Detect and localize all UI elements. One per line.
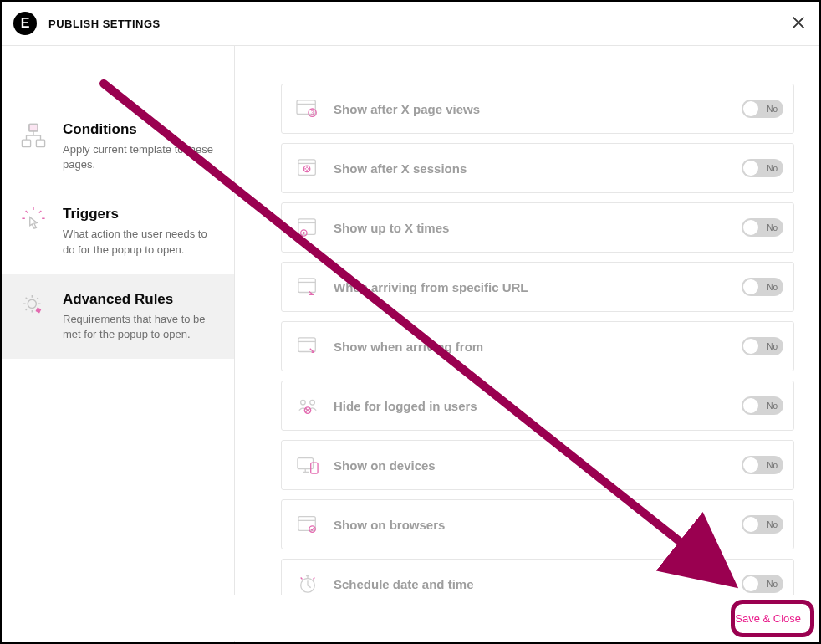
toggle-browsers[interactable]: No [742, 515, 783, 534]
save-close-button[interactable]: Save & Close [732, 607, 804, 630]
conditions-icon [17, 121, 50, 172]
arriving-icon [282, 335, 334, 357]
sidebar-item-conditions[interactable]: Conditions Apply current template to the… [2, 105, 234, 189]
sidebar-item-title: Triggers [63, 206, 219, 222]
sidebar-item-desc: Requirements that have to be met for the… [63, 312, 219, 342]
schedule-icon [282, 573, 334, 595]
sidebar-item-desc: What action the user needs to do for the… [63, 227, 219, 257]
toggle-times[interactable]: No [742, 218, 783, 237]
elementor-logo-icon: E [13, 12, 37, 35]
rule-label: When arriving from specific URL [334, 280, 742, 294]
footer: Save & Close [3, 595, 818, 641]
sidebar-item-title: Conditions [63, 121, 219, 138]
sidebar-item-advanced-rules[interactable]: Advanced Rules Requirements that have to… [2, 274, 234, 359]
toggle-devices[interactable]: No [742, 456, 783, 474]
rule-up-to-times[interactable]: Show up to X times No [281, 202, 794, 253]
sidebar: Conditions Apply current template to the… [2, 46, 235, 642]
toggle-logged-in[interactable]: No [742, 396, 783, 415]
rule-label: Show up to X times [334, 221, 742, 235]
rule-label: Schedule date and time [334, 577, 742, 591]
rule-devices[interactable]: Show on devices No [281, 440, 794, 490]
svg-point-16 [310, 401, 315, 406]
toggle-page-views[interactable]: No [742, 100, 783, 118]
triggers-icon [17, 206, 50, 257]
rule-label: Show after X page views [334, 102, 742, 116]
times-icon [282, 217, 334, 238]
close-icon [789, 13, 808, 32]
sidebar-item-triggers[interactable]: Triggers What action the user needs to d… [2, 189, 234, 273]
svg-point-15 [301, 401, 306, 406]
browsers-icon [282, 514, 334, 535]
rule-label: Hide for logged in users [334, 399, 742, 413]
rule-logged-in[interactable]: Hide for logged in users No [281, 381, 794, 431]
svg-rect-14 [298, 338, 315, 352]
sidebar-item-title: Advanced Rules [63, 291, 219, 308]
svg-rect-19 [311, 463, 318, 473]
advanced-rules-icon [17, 291, 50, 342]
svg-point-12 [303, 232, 305, 234]
sidebar-item-desc: Apply current template to these pages. [63, 142, 219, 172]
svg-rect-13 [298, 279, 315, 293]
rule-sessions[interactable]: Show after X sessions No [281, 143, 794, 193]
url-icon [282, 276, 334, 298]
logged-in-icon [282, 395, 334, 417]
page-views-icon: 3 [282, 98, 334, 120]
rule-specific-url[interactable]: When arriving from specific URL No [281, 262, 794, 312]
rule-arriving-from[interactable]: Show when arriving from No [281, 321, 794, 371]
rule-label: Show on browsers [334, 518, 742, 532]
rule-label: Show when arriving from [334, 340, 742, 354]
toggle-sessions[interactable]: No [742, 159, 783, 177]
content-panel: 3 Show after X page views No Show after … [235, 46, 819, 642]
rule-label: Show after X sessions [334, 161, 742, 176]
toggle-specific-url[interactable]: No [742, 278, 783, 296]
sessions-icon [282, 157, 334, 179]
close-button[interactable] [789, 13, 808, 32]
header: E PUBLISH SETTINGS [2, 2, 819, 46]
toggle-schedule[interactable]: No [742, 575, 783, 593]
main: Conditions Apply current template to the… [2, 46, 819, 642]
devices-icon [282, 454, 334, 476]
svg-rect-3 [36, 140, 44, 147]
rule-label: Show on devices [334, 458, 742, 473]
rule-page-views[interactable]: 3 Show after X page views No [281, 84, 794, 134]
toggle-arriving-from[interactable]: No [742, 337, 783, 355]
svg-rect-1 [29, 124, 38, 131]
svg-rect-2 [22, 140, 30, 147]
page-title: PUBLISH SETTINGS [48, 18, 161, 30]
rule-browsers[interactable]: Show on browsers No [281, 499, 794, 549]
svg-text:3: 3 [311, 110, 314, 115]
svg-point-4 [28, 299, 36, 308]
